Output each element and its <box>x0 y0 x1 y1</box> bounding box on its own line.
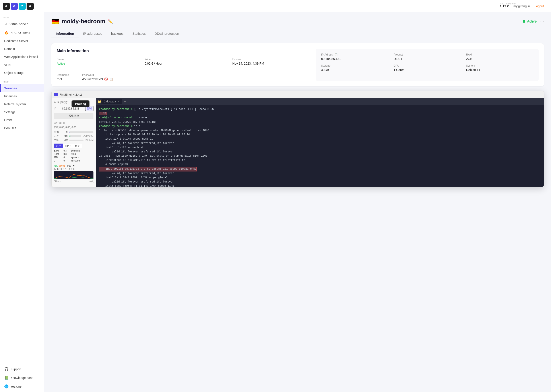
system-value: Debian 11 <box>466 68 533 72</box>
sidebar-item-dedicated[interactable]: Dedicated Server <box>0 37 44 45</box>
finalshell-window: FinalShell 4.2.4.2 同步状态 IP 89.185.85.131… <box>51 91 544 187</box>
net-chart-labels: 17K 11K 11K 6K <box>54 168 94 170</box>
terminal-line: inet6 fe80::5054:ff:fe17:4df1/64 scope l… <box>99 184 541 187</box>
ip-value: 89.185.85.131 <box>321 57 388 61</box>
tab-information[interactable]: Information <box>51 29 79 38</box>
server-icon: 🖥 <box>4 22 8 26</box>
storage-field: Storage 30GB <box>321 64 388 72</box>
price-field: Price 0.02 € / Hour <box>145 58 224 65</box>
prolong-button[interactable]: Prolong <box>72 100 89 107</box>
tab-ddos[interactable]: DDoS-protection <box>150 29 184 38</box>
copy-ip-icon[interactable]: 📋 <box>334 53 338 56</box>
net-expand-icon[interactable]: ▼ <box>73 165 75 167</box>
page-content: 🇩🇪 moldy-bedroom ✏️ Active ··· Informati… <box>44 12 551 192</box>
finalshell-title: FinalShell 4.2.4.2 <box>60 93 82 96</box>
ram-label: RAM <box>466 53 533 56</box>
proc1-cpu: 0.3 <box>64 150 70 152</box>
password-copy-icon[interactable]: 📋 <box>109 77 113 81</box>
fs-tab-cmd[interactable]: 命令 <box>73 144 82 148</box>
logo-char-z: z <box>19 3 26 10</box>
finalshell-body: 同步状态 IP 89.185.85.131 复制 系统信息 运行 30 分 负载… <box>52 98 544 187</box>
fs-cpu-bar <box>69 131 70 133</box>
logo[interactable]: a é z a <box>3 3 34 10</box>
fs-sysinfo-button[interactable]: 系统信息 <box>54 113 94 119</box>
net-latency: 326ms <box>54 180 60 183</box>
sidebar: a é z a order 🖥 Virtual server 🔥 Hi-CPU … <box>0 0 44 392</box>
sidebar-item-finances[interactable]: Finances <box>0 92 44 100</box>
sidebar-item-object-storage[interactable]: Object storage <box>0 69 44 77</box>
sidebar-item-aeza[interactable]: 🌐 aeza.net <box>0 382 44 392</box>
fs-cpu-bar-bg <box>69 131 94 133</box>
terminal-line: valid_lft forever preferred_lft forever <box>99 180 541 184</box>
terminal-line: altname enp0s3 <box>99 162 541 167</box>
fs-load: 负载 0.00, 0.00, 0.00 <box>54 126 94 129</box>
status-field-value: Active <box>57 62 136 65</box>
sidebar-item-limits[interactable]: Limits <box>0 116 44 124</box>
ram-field: RAM 2GB <box>466 53 533 61</box>
sidebar-item-virtual-server[interactable]: 🖥 Virtual server <box>0 20 44 28</box>
storage-label: Storage <box>321 64 388 67</box>
terminal-line: inet6 ::1/128 scope host <box>99 146 541 150</box>
sidebar-item-services[interactable]: Services <box>0 84 44 92</box>
sidebar-item-settings[interactable]: Settings <box>0 108 44 116</box>
fs-process-tabs: 内存 CPU 命令 <box>54 144 94 148</box>
tabs-nav: Information IP addresses backups Statist… <box>51 29 544 38</box>
ip-field: IP-Adress 📋 89.185.85.131 <box>321 53 388 61</box>
tab-statistics[interactable]: Statistics <box>128 29 150 38</box>
ram-value: 2GB <box>466 57 533 61</box>
fs-mem-label: 内存 <box>54 134 60 138</box>
fs-cpu-row: CPU 1% <box>54 131 94 133</box>
logout-button[interactable]: Logout <box>534 4 544 8</box>
more-options-button[interactable]: ··· <box>540 19 544 24</box>
password-text: 458Fn7fqw8e3 <box>82 77 103 81</box>
terminal-line: link/ether 52:54:00:17:4d:f1 brd ff:ff:f… <box>99 158 541 162</box>
sidebar-item-bonuses[interactable]: Bonuses <box>0 124 44 132</box>
fs-tab-mem[interactable]: 内存 <box>54 144 63 148</box>
password-label: Password <box>82 73 113 77</box>
fs-net-row: ↑1K ↓660B ens3 ▼ <box>54 165 94 167</box>
tab-ip-addresses[interactable]: IP addresses <box>79 29 107 38</box>
status-dot <box>523 20 525 23</box>
sidebar-item-support[interactable]: 🎧 Support <box>0 365 44 373</box>
fs-mem-detail: 179M/1.9G <box>83 135 94 137</box>
edit-icon[interactable]: ✏️ <box>108 19 113 24</box>
fs-tab-cpu[interactable]: CPU <box>63 144 73 148</box>
terminal-output[interactable]: root@moldy-bedroom:~# [ -d /sys/firmware… <box>96 105 544 187</box>
user-email: my@tang.lu <box>513 4 530 8</box>
sidebar-item-domain[interactable]: Domain <box>0 45 44 53</box>
terminal-add-tab[interactable]: + <box>122 99 128 104</box>
sidebar-item-referral[interactable]: Referral system <box>0 100 44 108</box>
cpu-label: CPU <box>393 64 461 67</box>
proc4-mem: 0 <box>54 160 63 162</box>
divider <box>57 70 311 70</box>
status-badge: Active <box>523 20 537 23</box>
status-field-label: Status <box>57 58 136 61</box>
fs-runtime: 运行 30 分 <box>54 121 94 125</box>
terminal-panel: Prolong 📁 1 dd-aeza ✕ + root@m <box>96 98 544 187</box>
terminal-tab-close[interactable]: ✕ <box>117 100 119 103</box>
product-field: Product DEs-1 <box>393 53 461 61</box>
global-topbar: blog.tanglu.me 1.12 € my@tang.lu Logout <box>44 0 551 12</box>
tab-backups[interactable]: backups <box>107 29 128 38</box>
sidebar-item-vpn[interactable]: VPN <box>0 61 44 69</box>
logo-char-a2: a <box>27 3 34 10</box>
sidebar-item-knowledge[interactable]: 📗 Knowledge base <box>0 373 44 382</box>
expires-field: Expires Nov 14, 2023, 4:39 PM <box>232 58 311 65</box>
terminal-tab-dd-aeza[interactable]: 1 dd-aeza ✕ <box>102 99 122 104</box>
cpu-field: CPU 1 Cores <box>393 64 461 72</box>
credentials-row: Username root Password 458Fn7fqw8e3 🚫 <box>57 73 311 81</box>
sidebar-item-waf[interactable]: Web Application Firewall <box>0 53 44 61</box>
top-bar: a é z a <box>0 0 44 12</box>
terminal-line: root@moldy-bedroom:~# ip a <box>99 124 541 128</box>
net-val-4: 6 <box>71 168 72 170</box>
main-info-left: Main information Status Active Price 0.0… <box>57 49 311 81</box>
net-val-2: 11 <box>60 168 62 170</box>
proc4-cpu: 0 <box>64 160 70 162</box>
proc3-name: systemd <box>71 156 94 159</box>
proc1-mem: 3.9M <box>54 150 63 152</box>
page-header: 🇩🇪 moldy-bedroom ✏️ Active ··· <box>51 18 544 25</box>
system-field: System Debian 11 <box>466 64 533 72</box>
password-hide-icon[interactable]: 🚫 <box>104 77 108 81</box>
sidebar-item-hi-cpu[interactable]: 🔥 Hi-CPU server <box>0 28 44 37</box>
terminal-line: default via 10.0.0.1 dev ens3 onlink <box>99 120 541 124</box>
